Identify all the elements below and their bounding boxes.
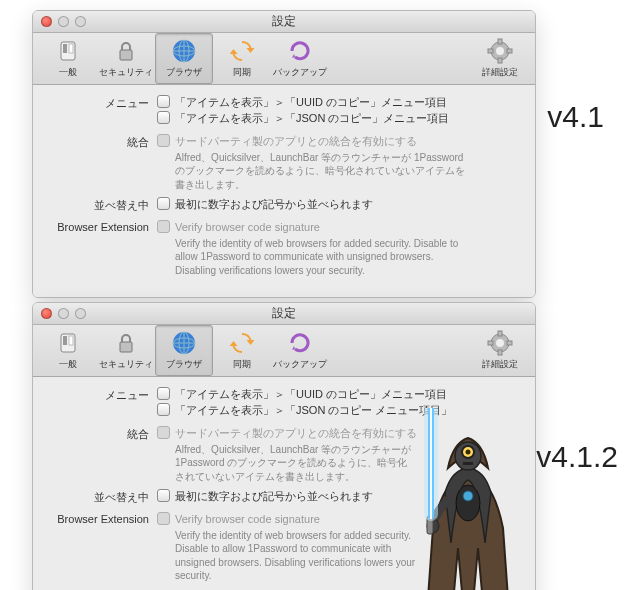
integration-label: 統合 [47,134,157,150]
preferences-window-v41: 設定 一般 セキュリティ ブラウザ 同期 [32,10,536,298]
checkbox-verify-label: Verify browser code signature [175,220,320,234]
checkbox-json[interactable] [157,111,170,124]
checkbox-integration-label: サードパーティ製のアプリとの統合を有効にする [175,426,417,440]
maximize-button[interactable] [75,16,86,27]
checkbox-integration[interactable] [157,134,170,147]
checkbox-verify[interactable] [157,512,170,525]
integration-desc: Alfred、Quicksilver、LaunchBar 等のラウンチャーが 1… [157,443,417,484]
toolbar: 一般 セキュリティ ブラウザ 同期 バックアップ [33,325,535,377]
tab-security-label: セキュリティ [99,358,153,371]
svg-rect-2 [69,44,73,53]
tab-backup[interactable]: バックアップ [271,325,329,376]
row-menu: メニュー 「アイテムを表示」＞「UUID のコピー」メニュー項目 「アイテムを表… [47,95,521,128]
globe-icon [171,38,197,64]
tab-security-label: セキュリティ [99,66,153,79]
tab-general-label: 一般 [59,358,77,371]
browser-ext-desc: Verify the identity of web browsers for … [157,237,467,278]
checkbox-verify-label: Verify browser code signature [175,512,320,526]
tab-backup[interactable]: バックアップ [271,33,329,84]
browser-ext-desc: Verify the identity of web browsers for … [157,529,417,583]
switch-icon [55,38,81,64]
preferences-window-v412: 設定 一般 セキュリティ ブラウザ 同期 [32,302,536,590]
tab-browser[interactable]: ブラウザ [155,33,213,84]
tab-backup-label: バックアップ [273,358,327,371]
svg-rect-1 [63,44,67,53]
gear-icon [487,330,513,356]
switch-icon [55,330,81,356]
svg-rect-22 [498,331,502,336]
tab-sync[interactable]: 同期 [213,325,271,376]
checkbox-sort-label: 最初に数字および記号から並べられます [175,489,373,503]
svg-rect-3 [120,50,132,60]
toolbar: 一般 セキュリティ ブラウザ 同期 バックアップ [33,33,535,85]
svg-rect-25 [507,341,512,345]
checkbox-sort[interactable] [157,197,170,210]
content-area: メニュー 「アイテムを表示」＞「UUID のコピー」メニュー項目 「アイテムを表… [33,377,535,590]
svg-rect-24 [488,341,493,345]
titlebar: 設定 [33,303,535,325]
tab-security[interactable]: セキュリティ [97,33,155,84]
tab-sync[interactable]: 同期 [213,33,271,84]
checkbox-sort[interactable] [157,489,170,502]
traffic-lights [41,308,86,319]
tab-sync-label: 同期 [233,66,251,79]
content-area: メニュー 「アイテムを表示」＞「UUID のコピー」メニュー項目 「アイテムを表… [33,85,535,297]
gear-icon [487,38,513,64]
checkbox-uuid-label: 「アイテムを表示」＞「UUID のコピー」メニュー項目 [175,387,447,401]
checkbox-integration-label: サードパーティ製のアプリとの統合を有効にする [175,134,417,148]
tab-advanced[interactable]: 詳細設定 [471,33,529,84]
tab-security[interactable]: セキュリティ [97,325,155,376]
svg-rect-16 [120,342,132,352]
checkbox-integration[interactable] [157,426,170,439]
tab-sync-label: 同期 [233,358,251,371]
minimize-button[interactable] [58,308,69,319]
tab-browser-label: ブラウザ [166,358,202,371]
tab-advanced[interactable]: 詳細設定 [471,325,529,376]
traffic-lights [41,16,86,27]
svg-rect-12 [507,49,512,53]
tab-browser-label: ブラウザ [166,66,202,79]
svg-point-21 [496,339,504,347]
close-button[interactable] [41,308,52,319]
integration-desc: Alfred、Quicksilver、LaunchBar 等のラウンチャーが 1… [157,151,467,192]
row-sort: 並べ替え中 最初に数字および記号から並べられます [47,489,521,505]
sync-icon [229,330,255,356]
checkbox-uuid[interactable] [157,387,170,400]
close-button[interactable] [41,16,52,27]
titlebar: 設定 [33,11,535,33]
row-browser-ext: Browser Extension Verify browser code si… [47,512,521,583]
backup-icon [287,330,313,356]
checkbox-uuid-label: 「アイテムを表示」＞「UUID のコピー」メニュー項目 [175,95,447,109]
svg-rect-23 [498,350,502,355]
menu-label: メニュー [47,95,157,111]
version-label-412: v4.1.2 [536,440,618,474]
tab-general-label: 一般 [59,66,77,79]
sort-label: 並べ替え中 [47,489,157,505]
tab-general[interactable]: 一般 [39,33,97,84]
svg-rect-11 [488,49,493,53]
svg-rect-10 [498,58,502,63]
tab-advanced-label: 詳細設定 [482,358,518,371]
browser-ext-label: Browser Extension [47,512,157,525]
maximize-button[interactable] [75,308,86,319]
tab-backup-label: バックアップ [273,66,327,79]
checkbox-json-label: 「アイテムを表示」＞「JSON のコピー メニュー項目」 [175,403,452,417]
lock-icon [113,38,139,64]
row-sort: 並べ替え中 最初に数字および記号から並べられます [47,197,521,213]
version-label-41: v4.1 [547,100,604,134]
row-browser-ext: Browser Extension Verify browser code si… [47,220,521,278]
checkbox-json[interactable] [157,403,170,416]
checkbox-verify[interactable] [157,220,170,233]
browser-ext-label: Browser Extension [47,220,157,233]
checkbox-sort-label: 最初に数字および記号から並べられます [175,197,373,211]
minimize-button[interactable] [58,16,69,27]
window-title: 設定 [272,13,296,30]
lock-icon [113,330,139,356]
svg-rect-14 [63,336,67,345]
row-integration: 統合 サードパーティ製のアプリとの統合を有効にする Alfred、Quicksi… [47,134,521,192]
svg-rect-9 [498,39,502,44]
tab-general[interactable]: 一般 [39,325,97,376]
tab-browser[interactable]: ブラウザ [155,325,213,376]
checkbox-uuid[interactable] [157,95,170,108]
menu-label: メニュー [47,387,157,403]
